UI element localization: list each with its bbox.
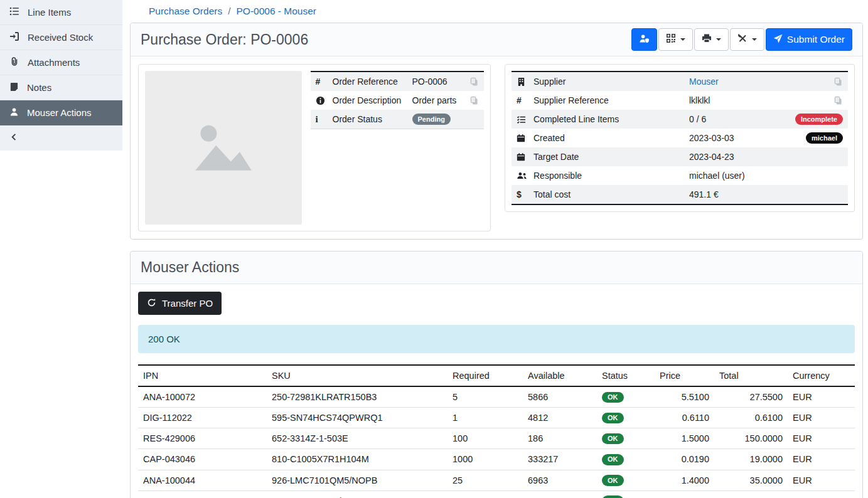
note-icon [9, 82, 19, 93]
print-actions-button[interactable] [694, 28, 729, 51]
cell-ipn: ANA-100044 [138, 470, 267, 490]
sidebar-item-mouser-actions[interactable]: Mouser Actions [0, 100, 122, 125]
order-image-placeholder[interactable] [145, 71, 302, 225]
breadcrumb-separator: / [228, 6, 230, 17]
mouser-actions-panel-header: Mouser Actions [131, 252, 862, 284]
cell-available: 4812 [523, 408, 597, 428]
cell-required: 100 [447, 428, 523, 449]
table-row: ANA-100072 250-72981KLRATR150B3 5 5866 O… [138, 386, 855, 408]
cell-ipn: ANA-100072 [138, 386, 267, 408]
calendar-icon [517, 152, 533, 161]
chevron-left-icon [9, 132, 19, 144]
cell-total: 19.0000 [714, 449, 788, 470]
detail-value: 2023-04-23 [689, 152, 843, 162]
panel-title: Mouser Actions [141, 259, 239, 276]
users-icon [517, 171, 533, 180]
col-status: Status [597, 365, 655, 386]
barcode-actions-button[interactable] [658, 28, 693, 51]
sidebar-item-attachments[interactable]: Attachments [0, 50, 122, 75]
order-meta-table: Supplier Mouser # Supplier Reference lkl… [512, 71, 848, 205]
cell-price: 1.4000 [655, 470, 714, 490]
dollar-icon: $ [517, 189, 533, 199]
detail-row-supplier: Supplier Mouser [512, 72, 848, 91]
cell-required: 1 [447, 408, 523, 428]
detail-row-completed-line-items: Completed Line Items 0 / 6 Incomplete [512, 110, 848, 129]
detail-label: Order Description [333, 95, 412, 105]
chevron-down-icon [752, 38, 757, 41]
cell-sku: 926-LMC7101QM5/NOPB [267, 470, 447, 490]
user-badge: michael [806, 132, 843, 144]
purchase-order-panel: Purchase Order: PO-0006 [130, 23, 863, 240]
sidebar-item-label: Line Items [28, 7, 71, 18]
cell-available: 186 [523, 428, 597, 449]
cell-required: 5 [447, 386, 523, 408]
detail-row-order-reference: # Order Reference PO-0006 [311, 72, 484, 91]
detail-badge-slot: Incomplete [795, 114, 843, 125]
sidebar-item-label: Received Stock [28, 32, 93, 43]
info-icon: i [316, 114, 333, 125]
cell-total: 150.0000 [714, 428, 788, 449]
purchase-order-panel-header: Purchase Order: PO-0006 [131, 23, 862, 56]
info-circle-icon [316, 96, 333, 105]
detail-badge-slot: michael [806, 132, 843, 144]
detail-value: Mouser [689, 77, 833, 87]
sidebar-collapse-button[interactable] [0, 125, 122, 151]
detail-row-total-cost: $ Total cost 491.1 € [512, 185, 848, 204]
detail-row-order-description: Order Description Order parts [311, 91, 484, 110]
cell-ipn: RES-429006 [138, 428, 267, 449]
detail-label: Supplier [533, 77, 689, 87]
copy-icon[interactable] [469, 96, 479, 105]
cell-sku: 810-C1005X7R1H104M [267, 449, 447, 470]
sidebar: Line Items Received Stock Attachments No… [0, 0, 122, 151]
admin-button[interactable] [631, 28, 657, 51]
main-content: Purchase Orders / PO-0006 - Mouser Purch… [130, 0, 863, 498]
detail-value: 2023-03-03 [689, 133, 806, 143]
breadcrumb: Purchase Orders / PO-0006 - Mouser [130, 0, 863, 23]
sidebar-item-received-stock[interactable]: Received Stock [0, 25, 122, 50]
line-items-table: IPN SKU Required Available Status Price … [138, 364, 855, 498]
col-ipn: IPN [138, 365, 267, 386]
order-meta-box: Supplier Mouser # Supplier Reference lkl… [505, 64, 855, 212]
cell-status: OK [597, 428, 655, 449]
hash-icon: # [316, 77, 333, 87]
cell-price: 5.7200 [655, 490, 714, 498]
cell-status: OK [597, 386, 655, 408]
cell-currency: EUR [788, 386, 855, 408]
detail-label: Total cost [533, 189, 689, 199]
detail-row-responsible: Responsible michael (user) [512, 166, 848, 185]
copy-icon[interactable] [833, 77, 843, 87]
user-icon [9, 107, 19, 119]
sidebar-item-line-items[interactable]: Line Items [0, 0, 122, 25]
detail-value: michael (user) [689, 171, 843, 181]
tools-icon [737, 33, 747, 46]
order-actions-button[interactable] [730, 28, 764, 51]
col-currency: Currency [788, 365, 855, 386]
cell-ipn: SWT-200005 [138, 490, 267, 498]
detail-row-order-status: i Order Status Pending [311, 110, 484, 129]
mouser-actions-panel-body: Transfer PO 200 OK IPN SKU Required Avai… [131, 284, 862, 498]
cell-available: 6963 [523, 470, 597, 490]
detail-value: Order parts [412, 95, 469, 105]
sidebar-item-notes[interactable]: Notes [0, 75, 122, 100]
breadcrumb-purchase-orders[interactable]: Purchase Orders [149, 6, 222, 17]
transfer-po-button[interactable]: Transfer PO [138, 292, 222, 315]
status-alert: 200 OK [138, 325, 855, 353]
breadcrumb-current-order[interactable]: PO-0006 - Mouser [236, 6, 316, 17]
submit-order-button[interactable]: Submit Order [766, 28, 852, 51]
detail-row-supplier-reference: # Supplier Reference lklklkl [512, 91, 848, 110]
list-icon [9, 6, 19, 18]
cell-price: 5.5100 [655, 386, 714, 408]
col-total: Total [714, 365, 788, 386]
sign-in-icon [9, 31, 19, 43]
copy-icon[interactable] [833, 96, 843, 105]
copy-icon[interactable] [469, 77, 479, 87]
supplier-link[interactable]: Mouser [689, 77, 719, 87]
building-icon [517, 77, 533, 87]
detail-label: Supplier Reference [533, 95, 689, 105]
chevron-down-icon [680, 38, 685, 41]
cell-sku: 652-3314Z-1-503E [267, 428, 447, 449]
sidebar-item-label: Notes [27, 82, 51, 93]
col-required: Required [447, 365, 523, 386]
ok-badge: OK [602, 392, 624, 403]
detail-label: Order Status [333, 114, 412, 124]
